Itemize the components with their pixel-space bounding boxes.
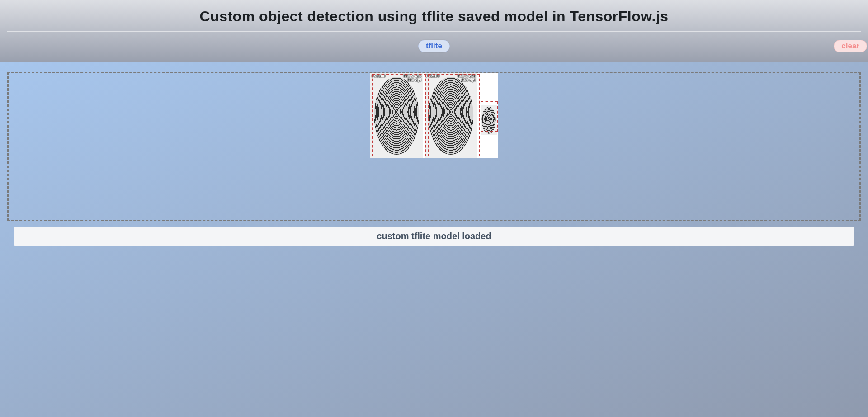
toolbar: tflite clear — [7, 38, 861, 54]
status-message: custom tflite model loaded — [14, 227, 854, 246]
fingerprint-tile: Fx3100 568 x 416 569 dpi — [370, 73, 423, 158]
fingerprint-tile: Solid state 96 x 96 250 dpi — [481, 105, 497, 135]
fingerprint-tile: Fx2100 568 x 256 569 dpi — [425, 73, 477, 158]
preview-canvas: Fx3100 568 x 416 569 dpi Fx2100 568 x 25… — [370, 73, 498, 158]
page-title: Custom object detection using tflite sav… — [7, 5, 861, 31]
detection-class-label: Fx2100 — [426, 74, 440, 78]
detection-meta-label: 568 x 416 569 dpi — [403, 74, 421, 83]
app-header: Custom object detection using tflite sav… — [0, 0, 868, 62]
select-model-button[interactable]: tflite — [418, 40, 450, 52]
stage: Fx3100 568 x 416 569 dpi Fx2100 568 x 25… — [0, 62, 868, 252]
fingerprint-icon — [374, 76, 419, 154]
image-dropzone[interactable]: Fx3100 568 x 416 569 dpi Fx2100 568 x 25… — [7, 72, 861, 221]
fingerprint-icon — [482, 106, 496, 134]
clear-button[interactable]: clear — [834, 40, 867, 52]
detection-class-label: Fx3100 — [372, 74, 386, 78]
fingerprint-icon — [428, 76, 473, 154]
divider — [7, 31, 861, 32]
detection-meta-label: 568 x 256 569 dpi — [458, 74, 476, 83]
